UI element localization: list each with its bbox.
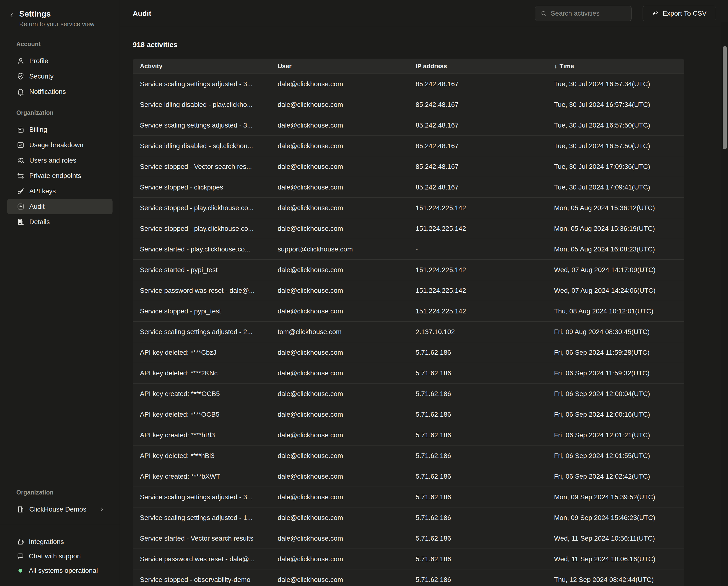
time-cell: Mon, 09 Sep 2024 15:46:23(UTC) [554,514,684,522]
user-cell: tom@clickhouse.com [278,328,416,336]
time-cell: Fri, 06 Sep 2024 11:59:28(UTC) [554,349,684,357]
table-row[interactable]: Service started - play.clickhouse.co...s… [133,239,684,260]
search-box[interactable] [535,6,631,21]
activity-cell: Service password was reset - dale@... [133,555,278,563]
activity-cell: API key created: ****bXWT [133,473,278,480]
ip-address-cell: 5.71.62.186 [416,411,554,418]
sidebar-footer: IntegrationsChat with supportAll systems… [0,525,120,586]
activity-cell: Service stopped - clickpipes [133,184,278,191]
sidebar-nav: AccountProfileSecurityNotificationsOrgan… [0,28,120,586]
table-row[interactable]: Service password was reset - dale@...dal… [133,548,684,569]
sidebar-item-label: Users and roles [29,156,76,164]
table-row[interactable]: API key deleted: ****OCB5dale@clickhouse… [133,404,684,424]
table-row[interactable]: Service scaling settings adjusted - 3...… [133,73,684,94]
user-cell: support@clickhouse.com [278,245,416,253]
table-row[interactable]: Service stopped - play.clickhouse.co...d… [133,197,684,218]
main-header: Audit Export To CSV [120,0,728,27]
user-cell: dale@clickhouse.com [278,555,416,563]
sidebar-item-private-endpoints[interactable]: Private endpoints [7,168,112,184]
sidebar-subtitle[interactable]: Return to your service view [19,20,95,28]
search-input[interactable] [551,9,637,17]
chat-bubble-icon [16,552,24,560]
sidebar-item-label: Audit [29,203,45,211]
time-cell: Fri, 06 Sep 2024 12:01:55(UTC) [554,452,684,460]
footer-item-integrations[interactable]: Integrations [7,535,112,549]
table-row[interactable]: API key deleted: ****hBl3dale@clickhouse… [133,445,684,466]
table-row[interactable]: Service stopped - play.clickhouse.co...d… [133,218,684,239]
ip-address-cell: 5.71.62.186 [416,535,554,542]
table-row[interactable]: Service scaling settings adjusted - 3...… [133,115,684,136]
ip-address-cell: 151.224.225.142 [416,225,554,233]
ip-address-cell: 151.224.225.142 [416,308,554,315]
table-row[interactable]: API key deleted: ****CbzJdale@clickhouse… [133,342,684,363]
table-row[interactable]: API key created: ****bXWTdale@clickhouse… [133,466,684,487]
sidebar-item-label: Billing [29,126,47,133]
org-switcher-label: ClickHouse Demos [29,506,86,513]
export-button-label: Export To CSV [662,9,706,17]
ip-address-cell: 5.71.62.186 [416,431,554,439]
scrollbar-track[interactable] [721,22,728,586]
table-row[interactable]: API key created: ****OCB5dale@clickhouse… [133,383,684,404]
table-row[interactable]: API key created: ****hBl3dale@clickhouse… [133,424,684,445]
table-row[interactable]: Service scaling settings adjusted - 2...… [133,321,684,342]
column-header-label: IP address [416,63,447,70]
sort-descending-icon: ↓ [554,63,557,70]
back-chevron-icon[interactable] [8,11,15,19]
export-to-csv-button[interactable]: Export To CSV [643,6,716,21]
org-switcher-clickhouse-demos[interactable]: ClickHouse Demos [7,502,112,517]
users-icon [16,156,25,165]
sidebar-item-audit[interactable]: Audit [7,199,112,214]
table-row[interactable]: Service stopped - clickpipesdale@clickho… [133,177,684,197]
table-row[interactable]: Service scaling settings adjusted - 1...… [133,507,684,528]
user-cell: dale@clickhouse.com [278,390,416,398]
sidebar-item-api-keys[interactable]: API keys [7,184,112,199]
footer-item-all-systems-operational[interactable]: All systems operational [7,563,112,578]
table-row[interactable]: Service stopped - observability-demodale… [133,569,684,586]
time-cell: Fri, 06 Sep 2024 12:00:16(UTC) [554,411,684,418]
table-row[interactable]: Service scaling settings adjusted - 3...… [133,487,684,507]
column-header-time[interactable]: ↓Time [554,63,684,70]
sidebar-item-label: Usage breakdown [29,141,83,149]
activity-cell: API key created: ****hBl3 [133,431,278,439]
column-header-user[interactable]: User [278,63,416,70]
table-row[interactable]: Service started - pypi_testdale@clickhou… [133,260,684,280]
settings-sidebar: Settings Return to your service view Acc… [0,0,120,586]
search-icon [540,10,547,17]
activity-cell: Service scaling settings adjusted - 2... [133,328,278,336]
user-cell: dale@clickhouse.com [278,287,416,294]
sidebar-item-notifications[interactable]: Notifications [7,84,112,99]
user-cell: dale@clickhouse.com [278,163,416,171]
column-header-ip-address[interactable]: IP address [416,63,554,70]
activity-cell: API key deleted: ****OCB5 [133,411,278,418]
time-cell: Wed, 11 Sep 2024 18:06:16(UTC) [554,555,684,563]
user-cell: dale@clickhouse.com [278,473,416,480]
sidebar-item-usage-breakdown[interactable]: Usage breakdown [7,137,112,153]
time-cell: Fri, 06 Sep 2024 12:01:21(UTC) [554,431,684,439]
sidebar-item-details[interactable]: Details [7,214,112,229]
table-row[interactable]: Service stopped - pypi_testdale@clickhou… [133,301,684,321]
table-row[interactable]: Service idling disabled - sql.clickhou..… [133,136,684,156]
audit-pulse-icon [16,202,25,211]
time-cell: Fri, 09 Aug 2024 08:30:45(UTC) [554,328,684,336]
table-row[interactable]: Service stopped - Vector search res...da… [133,156,684,177]
footer-item-chat-with-support[interactable]: Chat with support [7,549,112,563]
table-body: Service scaling settings adjusted - 3...… [133,73,684,586]
table-row[interactable]: Service started - Vector search resultsd… [133,528,684,548]
table-row[interactable]: Service idling disabled - play.clickho..… [133,94,684,115]
sidebar-item-users-and-roles[interactable]: Users and roles [7,153,112,168]
time-cell: Fri, 06 Sep 2024 12:02:42(UTC) [554,473,684,480]
user-cell: dale@clickhouse.com [278,80,416,88]
sidebar-item-billing[interactable]: Billing [7,122,112,137]
table-row[interactable]: API key deleted: ****2KNcdale@clickhouse… [133,363,684,383]
sidebar-item-profile[interactable]: Profile [7,53,112,69]
sidebar-item-security[interactable]: Security [7,69,112,84]
ip-address-cell: 5.71.62.186 [416,576,554,584]
column-header-activity[interactable]: Activity [133,63,278,70]
user-cell: dale@clickhouse.com [278,204,416,212]
table-row[interactable]: Service password was reset - dale@...dal… [133,280,684,301]
section-label: Account [7,40,112,48]
scrollbar-thumb[interactable] [723,46,727,149]
time-cell: Mon, 05 Aug 2024 15:36:12(UTC) [554,204,684,212]
bell-icon [16,88,25,96]
chevron-right-icon [99,506,105,513]
